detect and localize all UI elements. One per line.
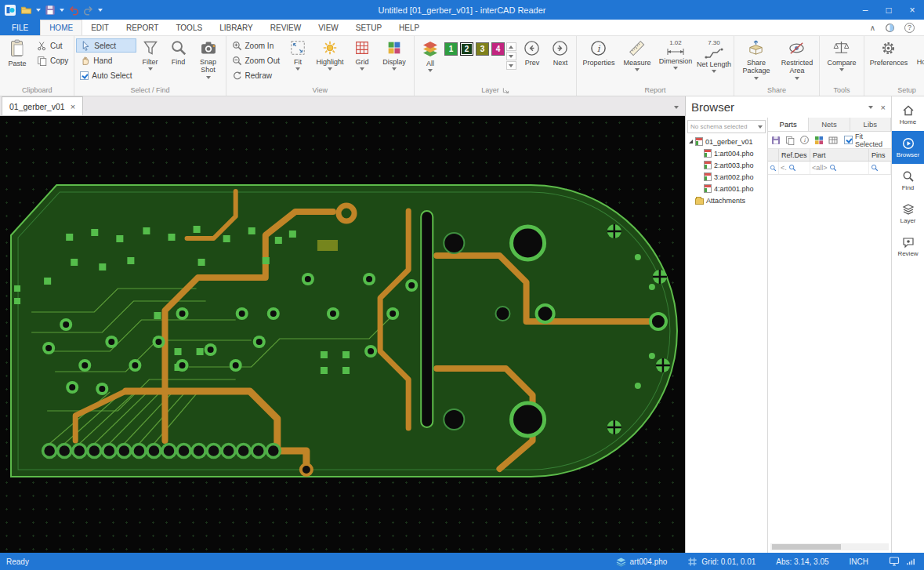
redraw-button[interactable]: Redraw — [228, 68, 284, 82]
expander-icon[interactable] — [689, 140, 693, 143]
refdes-filter-input[interactable]: <. — [779, 162, 810, 174]
info-button[interactable] — [799, 135, 810, 145]
grid-indicator[interactable]: Grid: 0.01, 0.01 — [687, 557, 756, 567]
layer-chip-2[interactable]: 2 — [460, 42, 473, 56]
pcb-canvas[interactable] — [0, 116, 685, 553]
properties-button[interactable]: Properties — [578, 36, 619, 86]
layer-dialog-launcher-icon[interactable] — [502, 87, 509, 94]
tree-attachments-row[interactable]: Attachments — [686, 194, 767, 206]
preferences-button[interactable]: Preferences — [866, 36, 911, 86]
tab-libs[interactable]: Libs — [850, 118, 891, 131]
style-icon[interactable] — [885, 23, 895, 33]
panel-close-icon[interactable]: × — [881, 103, 886, 112]
open-dropdown-caret[interactable] — [36, 9, 41, 12]
monitor-icon[interactable] — [889, 556, 900, 567]
color-grid-button[interactable] — [814, 136, 824, 145]
tree-layer-row[interactable]: 4:art001.pho — [686, 183, 767, 194]
tab-file[interactable]: FILE — [0, 20, 40, 35]
compare-button[interactable]: Compare — [821, 36, 862, 86]
tab-parts[interactable]: Parts — [768, 118, 809, 131]
paste-button[interactable]: Paste — [2, 36, 33, 86]
column-refdes[interactable]: Ref.Des — [779, 149, 810, 161]
rail-item-home[interactable]: Home — [892, 98, 924, 131]
tree-root-row[interactable]: 01_gerber_v01 — [686, 136, 767, 147]
column-part[interactable]: Part — [810, 149, 869, 161]
parts-table-body[interactable] — [768, 175, 891, 542]
layer-all-button[interactable]: All — [416, 36, 444, 86]
tab-help[interactable]: HELP — [390, 20, 428, 35]
table-view-button[interactable] — [828, 136, 838, 145]
corner-header-cell[interactable] — [768, 149, 779, 161]
collapse-ribbon-icon[interactable]: ∧ — [870, 24, 875, 32]
display-button[interactable]: Display — [376, 36, 412, 86]
fit-selected-checkbox[interactable]: Fit Selected — [844, 133, 888, 148]
measure-button[interactable]: Measure — [619, 36, 655, 86]
zoom-out-button[interactable]: Zoom Out — [228, 53, 284, 67]
save-button[interactable] — [45, 5, 56, 16]
tab-library[interactable]: LIBRARY — [211, 20, 262, 35]
filter-button[interactable]: Filter — [136, 36, 165, 86]
copy-button[interactable]: Copy — [33, 53, 72, 67]
tab-report[interactable]: REPORT — [118, 20, 168, 35]
layer-scroll-down-button[interactable] — [506, 52, 516, 60]
zoom-in-button[interactable]: Zoom In — [228, 38, 284, 53]
pins-filter-input[interactable] — [869, 162, 891, 174]
qat-customize-caret[interactable] — [98, 9, 103, 12]
signal-bars-icon[interactable] — [906, 557, 916, 567]
tab-tools[interactable]: TOOLS — [167, 20, 211, 35]
prev-layer-button[interactable]: Prev — [518, 36, 546, 86]
filter-search-button[interactable] — [768, 162, 779, 174]
export-button[interactable] — [771, 136, 781, 145]
maximize-button[interactable]: □ — [877, 0, 900, 20]
units-indicator[interactable]: INCH — [850, 557, 868, 566]
tree-layer-row[interactable]: 3:art002.pho — [686, 171, 767, 183]
active-layer-indicator[interactable]: art004.pho — [616, 557, 668, 567]
rail-item-layer[interactable]: Layer — [892, 197, 924, 230]
fit-button[interactable]: Fit — [284, 36, 312, 86]
tab-review[interactable]: REVIEW — [262, 20, 310, 35]
help-icon[interactable]: ? — [904, 23, 915, 33]
hotkeys-button[interactable]: Hotkeys — [911, 36, 924, 86]
share-package-button[interactable]: Share Package — [736, 36, 777, 86]
dimension-button[interactable]: 1.02 Dimension — [655, 36, 696, 86]
document-tab-close-icon[interactable]: × — [71, 102, 75, 111]
column-pins[interactable]: Pins — [869, 149, 891, 161]
cut-button[interactable]: Cut — [33, 38, 72, 53]
undo-button[interactable] — [68, 5, 79, 16]
part-filter-input[interactable]: <all> — [810, 162, 869, 174]
auto-select-checkbox[interactable]: Auto Select — [76, 68, 136, 82]
next-layer-button[interactable]: Next — [546, 36, 574, 86]
save-dropdown-caret[interactable] — [60, 9, 64, 12]
tree-layer-row[interactable]: 2:art003.pho — [686, 159, 767, 171]
tab-setup[interactable]: SETUP — [347, 20, 390, 35]
layer-list-expand-button[interactable] — [506, 61, 516, 70]
rail-item-find[interactable]: Find — [892, 164, 924, 197]
tree-layer-row[interactable]: 1:art004.pho — [686, 147, 767, 159]
close-button[interactable]: × — [900, 0, 924, 20]
net-length-button[interactable]: 7.30 Net Length — [696, 36, 732, 86]
restricted-area-button[interactable]: Restricted Area — [777, 36, 817, 86]
tab-edit[interactable]: EDIT — [82, 20, 118, 35]
rail-item-browser[interactable]: Browser — [892, 131, 924, 164]
schema-dropdown[interactable]: No schema selected — [687, 120, 766, 133]
tab-nets[interactable]: Nets — [809, 118, 850, 131]
horizontal-scrollbar[interactable] — [770, 543, 889, 550]
layer-chip-3[interactable]: 3 — [476, 42, 489, 56]
scrollbar-thumb[interactable] — [772, 544, 841, 550]
minimize-button[interactable]: – — [853, 0, 877, 20]
hand-button[interactable]: Hand — [76, 53, 136, 67]
document-list-dropdown[interactable] — [668, 101, 685, 115]
highlight-button[interactable]: Highlight — [312, 36, 348, 86]
redo-button[interactable] — [83, 5, 94, 16]
app-icon[interactable] — [4, 4, 16, 16]
snapshot-button[interactable]: Snap Shot — [193, 36, 224, 86]
tab-view[interactable]: VIEW — [310, 20, 347, 35]
panel-menu-caret-icon[interactable] — [868, 106, 873, 109]
layer-chip-4[interactable]: 4 — [491, 42, 505, 56]
rail-item-review[interactable]: Review — [892, 230, 924, 263]
select-button[interactable]: Select — [76, 38, 136, 53]
find-button[interactable]: Find — [165, 36, 193, 86]
open-button[interactable] — [20, 4, 32, 16]
grid-button[interactable]: Grid — [348, 36, 376, 86]
layer-scroll-up-button[interactable] — [506, 42, 516, 51]
